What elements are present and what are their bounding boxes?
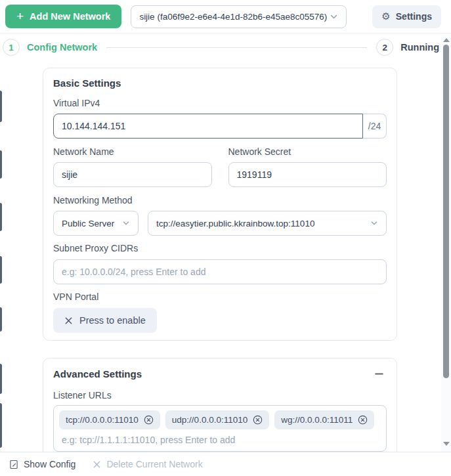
chevron-down-icon <box>330 12 338 21</box>
step-running[interactable]: 2 Running <box>376 39 439 56</box>
top-toolbar: + Add New Network sijie (fa06f9e2-e6e4-4… <box>0 0 451 33</box>
chevron-down-icon <box>370 219 378 227</box>
vpn-portal-label: VPN Portal <box>53 292 387 302</box>
listener-url-chip: tcp://0.0.0.0:11010 <box>59 410 160 429</box>
chevron-down-icon <box>122 219 130 227</box>
x-icon <box>64 316 73 325</box>
virtual-ipv4-group: /24 <box>53 114 387 139</box>
stepper-connector-line <box>106 47 367 48</box>
listener-url-chip: wg://0.0.0.0:11011 <box>274 410 374 429</box>
vertical-scrollbar[interactable] <box>441 33 451 452</box>
network-secret-field-group: Network Secret <box>228 146 387 187</box>
listener-urls-placeholder: e.g: tcp://1.1.1.1:11010, press Enter to… <box>59 435 381 445</box>
show-config-button[interactable]: Show Config <box>9 459 75 469</box>
listener-url-chip-label: udp://0.0.0.0:11010 <box>172 415 247 425</box>
adjacent-slide-edge <box>0 150 2 179</box>
step2-label: Running <box>400 42 439 53</box>
network-secret-label: Network Secret <box>228 146 387 157</box>
network-name-label: Network Name <box>53 146 212 157</box>
delete-current-network-button[interactable]: Delete Current Network <box>93 459 202 469</box>
settings-button[interactable]: ⚙ Settings <box>372 5 441 28</box>
chip-remove-icon[interactable] <box>253 415 263 425</box>
adjacent-slide-edge <box>0 307 2 332</box>
network-secret-input[interactable] <box>228 162 387 187</box>
virtual-ipv4-input[interactable] <box>53 114 363 139</box>
collapse-minus-icon[interactable] <box>373 368 385 380</box>
chip-remove-icon[interactable] <box>144 415 154 425</box>
networking-method-label: Networking Method <box>53 195 387 206</box>
step2-circle: 2 <box>376 39 393 56</box>
advanced-settings-title: Advanced Settings <box>53 368 142 379</box>
public-server-url-select[interactable]: tcp://easytier.public.kkrainbow.top:1101… <box>148 211 387 236</box>
step1-circle: 1 <box>3 39 20 56</box>
add-new-network-label: Add New Network <box>30 11 110 22</box>
public-server-url-value: tcp://easytier.public.kkrainbow.top:1101… <box>156 219 370 228</box>
vpn-portal-enable-button[interactable]: Press to enable <box>53 308 157 333</box>
subnet-proxy-label: Subnet Proxy CIDRs <box>53 243 387 253</box>
adjacent-slide-edge <box>0 364 2 394</box>
wizard-stepper: 1 Config Network 2 Running <box>3 38 439 56</box>
basic-settings-title: Basic Settings <box>53 77 387 89</box>
scrollbar-thumb[interactable] <box>443 45 449 378</box>
current-network-select[interactable]: sijie (fa06f9e2-e6e4-4e1d-82b6-e45ae8c05… <box>131 5 347 28</box>
vpn-portal-enable-label: Press to enable <box>79 315 146 326</box>
network-name-input[interactable] <box>53 162 212 187</box>
networking-method-value: Public Server <box>62 219 122 228</box>
network-name-field-group: Network Name <box>53 146 212 187</box>
listener-url-chip: udp://0.0.0.0:11010 <box>165 410 269 429</box>
x-icon <box>93 460 101 469</box>
listener-urls-label: Listener URLs <box>53 390 387 400</box>
step1-label: Config Network <box>27 42 97 53</box>
add-new-network-button[interactable]: + Add New Network <box>5 5 121 28</box>
name-secret-row: Network Name Network Secret <box>53 146 387 187</box>
scroll-up-arrow[interactable] <box>443 38 450 42</box>
settings-label: Settings <box>396 11 432 22</box>
adjacent-slide-edge <box>0 91 2 122</box>
listener-urls-chips-input[interactable]: tcp://0.0.0.0:11010udp://0.0.0.0:11010wg… <box>53 405 387 452</box>
delete-current-network-label: Delete Current Network <box>106 459 202 469</box>
plus-icon: + <box>16 10 24 22</box>
advanced-settings-header: Advanced Settings <box>53 368 387 380</box>
listener-chips: tcp://0.0.0.0:11010udp://0.0.0.0:11010wg… <box>59 410 381 429</box>
footer-toolbar: Show Config Delete Current Network <box>0 452 451 476</box>
gear-icon: ⚙ <box>381 11 390 22</box>
show-config-label: Show Config <box>24 459 75 469</box>
file-edit-icon <box>9 460 18 469</box>
virtual-ipv4-label: Virtual IPv4 <box>53 98 387 108</box>
listener-url-chip-label: tcp://0.0.0.0:11010 <box>66 415 139 425</box>
adjacent-slide-edge <box>0 256 2 284</box>
adjacent-slide-edge <box>0 203 2 231</box>
current-network-value: sijie (fa06f9e2-e6e4-4e1d-82b6-e45ae8c05… <box>139 12 330 22</box>
adjacent-slide-edge <box>0 403 2 448</box>
basic-settings-card: Basic Settings Virtual IPv4 /24 Network … <box>43 68 397 341</box>
listener-url-chip-label: wg://0.0.0.0:11011 <box>281 415 353 425</box>
easytier-network-config-window: + Add New Network sijie (fa06f9e2-e6e4-4… <box>0 0 451 476</box>
scroll-down-arrow[interactable] <box>443 442 450 446</box>
virtual-ipv4-prefix-addon: /24 <box>363 114 387 139</box>
chip-remove-icon[interactable] <box>358 415 368 425</box>
networking-method-select[interactable]: Public Server <box>53 211 139 236</box>
step-config-network[interactable]: 1 Config Network <box>3 39 97 56</box>
networking-method-row: Public Server tcp://easytier.public.kkra… <box>53 211 387 236</box>
subnet-proxy-input[interactable] <box>53 259 387 284</box>
